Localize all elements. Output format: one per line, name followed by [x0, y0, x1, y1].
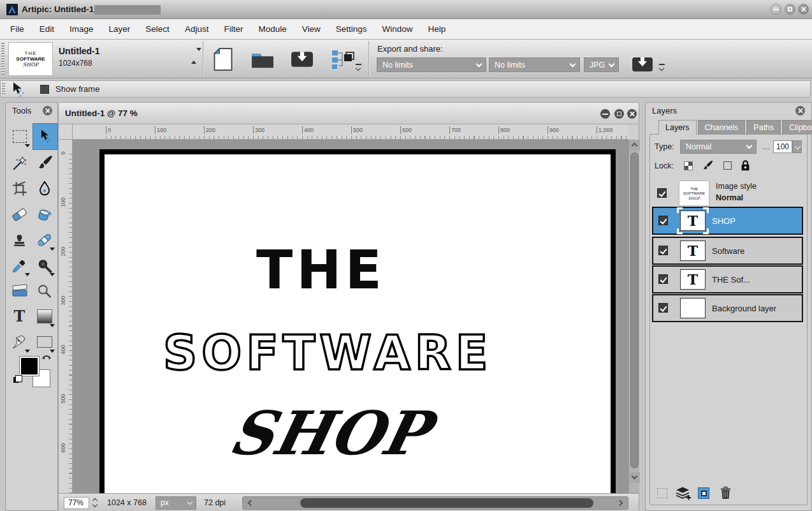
zoom-stepper[interactable]	[92, 497, 99, 509]
toolbar-grip[interactable]	[1, 43, 4, 75]
save-button[interactable]	[288, 45, 316, 73]
swap-colors-icon[interactable]	[41, 353, 52, 364]
red-eye-tool[interactable]	[33, 253, 56, 278]
layer-row-software[interactable]: T Software	[652, 237, 803, 265]
menu-layer[interactable]: Layer	[101, 19, 138, 39]
eraser-tool[interactable]	[8, 202, 31, 226]
menu-filter[interactable]: Filter	[216, 19, 250, 39]
menu-edit[interactable]: Edit	[32, 19, 62, 39]
open-file-button[interactable]	[249, 45, 277, 73]
tab-paths[interactable]: Paths	[746, 120, 781, 135]
layer-thumbnail[interactable]: T	[680, 211, 706, 231]
menu-window[interactable]: Window	[375, 19, 421, 39]
image-style-thumbnail[interactable]: THE SOFTWARE SHOP	[679, 181, 709, 206]
menu-image[interactable]: Image	[62, 19, 101, 39]
new-document-button[interactable]	[209, 45, 237, 73]
text-tool[interactable]: T	[8, 304, 31, 329]
layer-thumbnail[interactable]: T	[680, 241, 706, 261]
document-switch-spinner[interactable]	[191, 51, 198, 65]
share-workflow-button[interactable]	[328, 45, 356, 73]
minimize-button[interactable]	[771, 4, 781, 15]
layer-mask-button[interactable]	[698, 487, 709, 499]
layer-selection-icon[interactable]	[657, 488, 667, 498]
move-tool[interactable]	[33, 123, 58, 150]
canvas-viewport[interactable]: THE SOFTWARE SHOP	[73, 140, 628, 493]
lock-all-icon[interactable]	[740, 159, 751, 174]
pen-tool[interactable]	[8, 330, 31, 354]
style-visibility-checkbox[interactable]	[657, 188, 667, 198]
scroll-down-arrow[interactable]	[629, 472, 640, 483]
layer-visibility-checkbox[interactable]	[658, 216, 668, 225]
default-colors-icon[interactable]	[13, 377, 19, 383]
horizontal-scrollbar[interactable]	[242, 496, 628, 510]
canvas-minimize-button[interactable]	[600, 109, 610, 119]
export-quality-limit-dropdown[interactable]: No limits	[489, 57, 580, 72]
layer-visibility-checkbox[interactable]	[658, 274, 668, 284]
layer-thumbnail[interactable]	[680, 298, 706, 318]
vertical-scroll-thumb[interactable]	[630, 152, 639, 468]
menu-help[interactable]: Help	[421, 19, 454, 39]
delete-layer-button[interactable]	[720, 486, 732, 501]
canvas-window-titlebar[interactable]: Untitled-1 @ 77 %	[59, 103, 639, 124]
fill-bucket-tool[interactable]	[33, 202, 56, 226]
export-size-limit-dropdown[interactable]: No limits	[377, 57, 486, 72]
canvas-close-button[interactable]	[627, 109, 637, 119]
close-button[interactable]	[798, 4, 809, 15]
show-frame-checkbox[interactable]	[40, 85, 49, 94]
export-more-chevron-icon[interactable]	[659, 66, 664, 71]
layer-visibility-checkbox[interactable]	[658, 246, 668, 255]
layer-row-the-sof[interactable]: T THE Sof...	[652, 265, 803, 293]
maximize-button[interactable]	[785, 4, 795, 15]
menu-settings[interactable]: Settings	[328, 19, 375, 39]
canvas-maximize-button[interactable]	[614, 109, 624, 119]
lock-transparency-icon[interactable]	[684, 161, 693, 170]
canvas-artboard[interactable]: THE SOFTWARE SHOP	[99, 149, 616, 493]
frame-tool[interactable]	[8, 279, 31, 303]
image-style-row[interactable]: THE SOFTWARE SHOP Image style Normal	[652, 179, 802, 207]
scroll-left-arrow[interactable]	[244, 498, 255, 508]
zoom-tool[interactable]	[33, 279, 56, 303]
opacity-dropdown-button[interactable]	[792, 140, 802, 153]
menu-module[interactable]: Module	[250, 19, 294, 39]
tab-channels[interactable]: Channels	[698, 120, 746, 135]
export-button[interactable]	[630, 54, 655, 75]
menu-select[interactable]: Select	[138, 19, 177, 39]
gradient-tool[interactable]	[33, 304, 56, 329]
blur-tool[interactable]	[33, 177, 56, 201]
scroll-up-arrow[interactable]	[629, 140, 640, 151]
vertical-scrollbar[interactable]	[628, 140, 639, 493]
eyedropper-tool[interactable]	[8, 253, 31, 278]
foreground-color-swatch[interactable]	[20, 357, 39, 376]
rect-select-tool[interactable]	[8, 124, 31, 149]
layer-thumbnail[interactable]: T	[680, 269, 706, 290]
options-bar-grip[interactable]	[2, 83, 5, 96]
menu-view[interactable]: View	[294, 19, 328, 39]
layer-row-background[interactable]: Background layer	[652, 294, 803, 322]
new-layer-button[interactable]	[675, 486, 692, 502]
horizontal-scroll-thumb[interactable]	[300, 498, 593, 508]
clone-stamp-tool[interactable]	[8, 228, 31, 252]
toolbar-more-chevron-icon[interactable]	[356, 66, 361, 71]
scroll-right-arrow[interactable]	[616, 498, 627, 508]
lock-position-icon[interactable]	[723, 161, 732, 170]
menu-file[interactable]: File	[3, 19, 32, 39]
lock-paint-icon[interactable]	[702, 160, 713, 174]
shape-tool[interactable]	[33, 330, 56, 354]
brush-tool[interactable]	[33, 151, 56, 175]
blend-mode-dropdown[interactable]: Normal	[680, 140, 757, 154]
layer-visibility-checkbox[interactable]	[658, 303, 668, 313]
layers-panel-close-button[interactable]	[795, 106, 805, 115]
tools-panel-close-button[interactable]	[43, 106, 52, 115]
tab-layers[interactable]: Layers	[658, 120, 697, 135]
menu-adjust[interactable]: Adjust	[177, 19, 217, 39]
healing-patch-tool[interactable]	[33, 228, 56, 252]
tab-clipboard[interactable]: Clipboard	[782, 120, 812, 135]
zoom-level-input[interactable]: 77%	[64, 497, 89, 509]
opacity-input[interactable]: 100	[773, 140, 792, 153]
export-format-dropdown[interactable]: JPG	[584, 57, 619, 72]
layer-row-shop[interactable]: T SHOP	[652, 207, 803, 235]
crop-tool[interactable]	[8, 177, 31, 201]
document-thumbnail[interactable]: THE SOFTWARE SHOP	[8, 42, 53, 76]
unit-dropdown[interactable]: px	[156, 496, 196, 510]
magic-wand-tool[interactable]	[8, 151, 31, 175]
